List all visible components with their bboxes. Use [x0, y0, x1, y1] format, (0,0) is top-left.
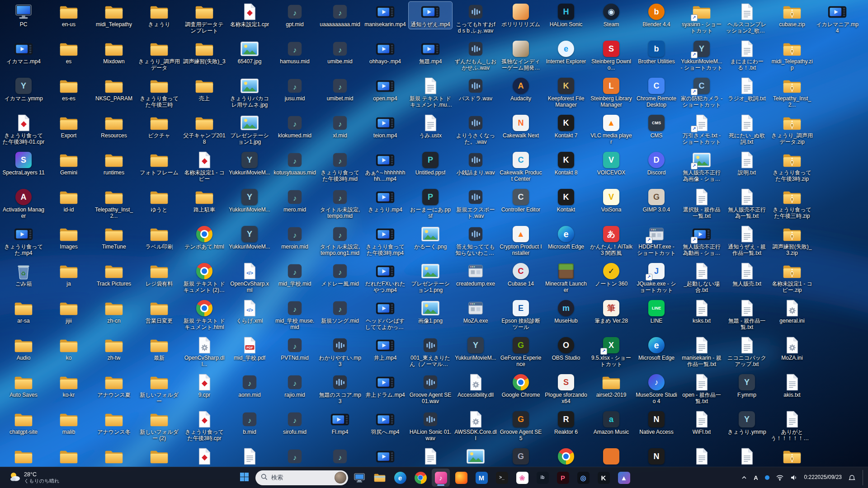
desktop-icon[interactable]: PC: [2, 2, 45, 29]
desktop-icon[interactable]: アナウンス夏: [92, 372, 136, 399]
desktop-icon[interactable]: [725, 446, 769, 467]
desktop-icon[interactable]: 最新: [137, 335, 181, 362]
desktop-icon[interactable]: まにまにわーる！.txt: [725, 39, 769, 72]
desktop-icon[interactable]: MoZA.exe: [454, 298, 497, 325]
desktop-icon[interactable]: LINELINE: [635, 298, 678, 325]
desktop-icon[interactable]: 筆筆まめ Ver.28: [590, 298, 633, 325]
desktop-icon[interactable]: 羽尻へ.mp4: [363, 409, 407, 436]
desktop-icon[interactable]: 新規 テキスト ドキュメント (2).html: [183, 261, 226, 295]
desktop-icon[interactable]: 画像1.png: [409, 298, 452, 325]
desktop-icon[interactable]: テンポあて.html: [183, 224, 226, 251]
desktop-icon[interactable]: 9.cpr: [183, 372, 226, 399]
desktop-icon[interactable]: chatgpt-site: [2, 409, 45, 436]
desktop-icon[interactable]: MoZA.ini: [770, 335, 814, 362]
desktop-icon[interactable]: SSteinberg Downlo...: [590, 39, 633, 72]
desktop-icon[interactable]: DDiscord: [635, 150, 678, 177]
desktop-icon[interactable]: きょうり食ってた午後3時.cpr: [183, 409, 226, 443]
desktop-icon[interactable]: 通知うぜえ.mp4: [409, 2, 452, 29]
desktop-icon[interactable]: YF.ymmp: [725, 372, 769, 399]
taskbar-app-flower-media-app[interactable]: ❀: [513, 469, 531, 487]
desktop-icon[interactable]: GGroove Agent SE 5: [499, 409, 542, 443]
desktop-icon[interactable]: PUntitled.ppsf: [409, 150, 452, 177]
desktop-icon[interactable]: ♪umibet.mid: [318, 76, 362, 103]
desktop-icon[interactable]: OOBS Studio: [544, 335, 588, 362]
desktop-icon[interactable]: Groove Agent SE 01.wav: [409, 372, 452, 406]
desktop-icon[interactable]: akis.txt: [770, 372, 814, 399]
desktop-icon[interactable]: だれだFXいれたやつ.mp4: [363, 261, 407, 295]
desktop-icon[interactable]: [590, 446, 633, 467]
desktop-icon[interactable]: jijii: [47, 298, 90, 325]
desktop-icon[interactable]: 新規エクスポート.wav: [454, 187, 497, 221]
desktop-icon[interactable]: N: [635, 446, 678, 467]
desktop-icon[interactable]: ♪タイトル未設定, tempo.mid: [318, 187, 362, 221]
desktop-icon[interactable]: manisekarin.mp4: [363, 2, 407, 29]
desktop-icon[interactable]: ♪: [273, 446, 316, 467]
desktop-icon[interactable]: NKSC_PARAM: [92, 76, 136, 103]
hidden-icons-chevron[interactable]: [741, 474, 748, 481]
desktop-icon[interactable]: Pおーまーにあ.ppsf: [409, 187, 452, 221]
desktop-icon[interactable]: G: [499, 446, 542, 467]
desktop-icon[interactable]: フォトフレーム: [137, 150, 181, 177]
desktop-icon[interactable]: ♪mid_学校 muse.mid: [273, 298, 316, 332]
desktop-icon[interactable]: bBlender 4.4: [635, 2, 678, 29]
desktop-icon[interactable]: YYukkuriMovieM...: [454, 335, 497, 362]
desktop-icon[interactable]: きょうり食ってた午後3時.zip: [770, 150, 814, 183]
desktop-icon[interactable]: うみ.ustx: [409, 113, 452, 140]
desktop-icon[interactable]: ラジオ_歌詞.txt: [725, 76, 769, 103]
desktop-icon[interactable]: Yきょうり.ymmp: [725, 409, 769, 436]
desktop-icon[interactable]: きょうり.mp4: [363, 187, 407, 214]
desktop-icon[interactable]: ✓ノートン 360: [590, 261, 633, 288]
desktop-icon[interactable]: [454, 446, 497, 467]
taskbar-app-k-app[interactable]: K: [594, 469, 613, 487]
taskbar-app-google-chrome[interactable]: [411, 469, 429, 487]
desktop-icon[interactable]: eInternet Explorer: [544, 39, 588, 66]
desktop-icon[interactable]: NCakewalk Next: [499, 113, 542, 140]
desktop-icon[interactable]: わかりやすい.mp3: [318, 335, 362, 369]
taskbar-app-file-explorer[interactable]: [371, 469, 389, 487]
desktop-icon[interactable]: KKontakt 7: [544, 113, 588, 140]
desktop-icon[interactable]: WiFI.txt: [680, 409, 723, 436]
desktop-icon[interactable]: [363, 446, 407, 467]
desktop-icon[interactable]: bBrother Utilities: [635, 39, 678, 66]
taskbar-app-terminal-app[interactable]: >_: [493, 469, 511, 487]
desktop-icon[interactable]: 新規 テキスト ドキュメント.html: [183, 298, 226, 332]
desktop-icon[interactable]: ↗無人販売不正行為画像 - ショートカット: [680, 150, 723, 183]
desktop-icon[interactable]: ピクチャ: [137, 113, 181, 140]
desktop-icon[interactable]: Telepathy_Inst_2...: [92, 187, 136, 221]
desktop-icon[interactable]: airset2-2019: [590, 372, 633, 399]
desktop-icon[interactable]: open.mp4: [363, 76, 407, 103]
desktop-icon[interactable]: GGIMP 3.0.4: [635, 187, 678, 214]
desktop-icon[interactable]: CChrome Remote Desktop: [635, 76, 678, 109]
desktop-icon[interactable]: C↗家の防犯カメラ - ショートカット: [680, 76, 723, 109]
desktop-icon[interactable]: NNative Access: [635, 409, 678, 436]
notification-bell-icon[interactable]: [848, 474, 856, 482]
taskbar-app-music-app[interactable]: ♪: [432, 469, 450, 487]
desktop-icon[interactable]: ラベル印刷: [137, 224, 181, 251]
desktop-icon[interactable]: ♪umibe.mid: [318, 39, 362, 66]
desktop-icon[interactable]: ♪b.mid: [228, 409, 271, 436]
desktop-icon[interactable]: ko-kr: [47, 372, 90, 399]
desktop-icon[interactable]: ♪MuseScore Studio 4: [635, 372, 678, 406]
desktop-icon[interactable]: KKontakt 8: [544, 150, 588, 177]
desktop-icon[interactable]: 新しいフォルダー (2): [137, 409, 181, 443]
desktop-icon[interactable]: X↗9.5.xlsx - ショートカット: [590, 335, 633, 369]
desktop-icon[interactable]: 小銭詰まり.wav: [454, 150, 497, 177]
ime-indicator[interactable]: A: [753, 474, 759, 482]
desktop-icon[interactable]: ♪kotusytuaaus.mid: [273, 150, 316, 177]
desktop-icon[interactable]: あぁ^～hhhhhhhhh....mp4: [363, 150, 407, 183]
desktop-icon[interactable]: ♪uaaaaaaaaa.mid: [318, 2, 362, 29]
desktop-icon[interactable]: 売上: [183, 76, 226, 103]
desktop-icon[interactable]: YYukkuriMovieM...: [228, 150, 271, 177]
desktop-icon[interactable]: ゆうと: [137, 187, 181, 214]
desktop-icon[interactable]: 通知うぜえ - 親作品一覧.txt: [725, 224, 769, 258]
desktop-icon[interactable]: 名称未設定1 - コピー.zip: [770, 261, 814, 295]
desktop-icon[interactable]: [544, 446, 588, 467]
desktop-icon[interactable]: 孤独なインディーゲーム開発者の一生...: [499, 39, 542, 72]
desktop-icon[interactable]: teion.mp4: [363, 113, 407, 140]
desktop-icon[interactable]: きょうり食ってた.mp4: [2, 224, 45, 258]
desktop-icon[interactable]: あかんたん！AITalk 3 関西風: [590, 224, 633, 258]
start-button[interactable]: [235, 469, 253, 487]
desktop-icon[interactable]: ♪新規ソング.mid: [318, 298, 362, 325]
desktop-icon[interactable]: Export: [47, 113, 90, 140]
desktop-icon[interactable]: こってもh すおf d s b ふぉ.wav: [454, 2, 497, 35]
